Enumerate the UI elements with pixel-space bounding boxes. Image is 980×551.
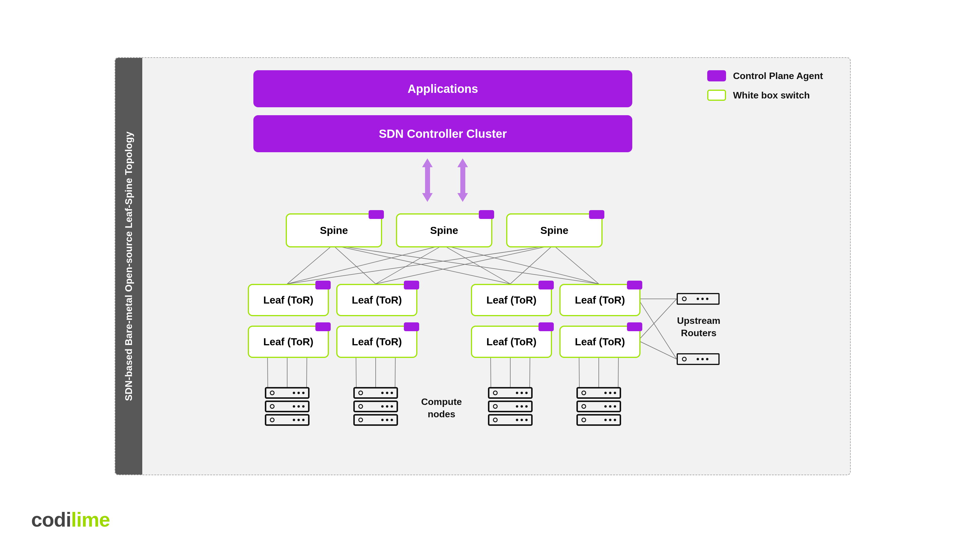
leaf-box-r0-1: Leaf (ToR) — [336, 284, 417, 316]
control-plane-agent-badge — [404, 322, 419, 331]
control-plane-agent-badge — [589, 210, 605, 219]
leaf-box-r0-3: Leaf (ToR) — [559, 284, 641, 316]
svg-line-20 — [307, 356, 307, 387]
spine-label-2: Spine — [540, 224, 568, 236]
control-plane-agent-badge — [538, 322, 554, 331]
svg-marker-3 — [457, 159, 468, 167]
svg-line-7 — [333, 245, 375, 284]
legend-label-switch: White box switch — [733, 90, 810, 101]
leaf-box-r0-2: Leaf (ToR) — [471, 284, 552, 316]
svg-line-32 — [638, 299, 677, 341]
leaf-label-r0-3: Leaf (ToR) — [575, 294, 625, 306]
svg-line-13 — [443, 245, 599, 284]
leaf-box-r0-0: Leaf (ToR) — [248, 284, 329, 316]
spine-box-2: Spine — [506, 213, 603, 248]
legend-label-agent: Control Plane Agent — [733, 70, 823, 81]
control-plane-agent-badge — [479, 210, 494, 219]
legend-row-switch: White box switch — [707, 90, 823, 101]
leaf-label-r1-2: Leaf (ToR) — [487, 336, 536, 348]
diagram-frame: SDN-based Bare-metal Open-source Leaf-Sp… — [115, 57, 851, 475]
svg-line-31 — [638, 299, 677, 359]
svg-line-8 — [333, 245, 510, 284]
svg-line-10 — [287, 245, 443, 284]
control-plane-agent-badge — [627, 281, 642, 289]
svg-marker-5 — [457, 193, 468, 202]
leaf-label-r1-0: Leaf (ToR) — [263, 336, 313, 348]
svg-line-6 — [287, 245, 333, 284]
applications-label: Applications — [407, 82, 478, 95]
leaf-box-r1-2: Leaf (ToR) — [471, 326, 552, 358]
legend-row-agent: Control Plane Agent — [707, 70, 823, 81]
control-plane-agent-badge — [315, 281, 331, 289]
leaf-label-r0-1: Leaf (ToR) — [352, 294, 402, 306]
logo-lime: lime — [71, 508, 110, 531]
svg-line-11 — [375, 245, 443, 284]
sdn-controller-box: SDN Controller Cluster — [253, 115, 632, 152]
legend-swatch-switch — [707, 90, 726, 101]
svg-line-9 — [333, 245, 599, 284]
legend-swatch-agent — [707, 70, 726, 81]
leaf-box-r1-1: Leaf (ToR) — [336, 326, 417, 358]
control-plane-agent-badge — [369, 210, 384, 219]
spine-box-1: Spine — [396, 213, 492, 248]
svg-line-29 — [618, 356, 619, 387]
legend: Control Plane Agent White box switch — [707, 70, 823, 109]
spine-label-1: Spine — [430, 224, 458, 236]
leaf-label-r1-1: Leaf (ToR) — [352, 336, 402, 348]
svg-line-23 — [395, 356, 395, 387]
svg-line-18 — [267, 356, 268, 387]
control-plane-agent-badge — [538, 281, 554, 289]
applications-box: Applications — [253, 70, 632, 107]
upstream-router-icon-0 — [677, 293, 719, 305]
control-plane-agent-badge — [404, 281, 419, 289]
leaf-label-r0-2: Leaf (ToR) — [487, 294, 536, 306]
sidebar-title: SDN-based Bare-metal Open-source Leaf-Sp… — [123, 131, 134, 401]
compute-nodes-label: Compute nodes — [415, 396, 468, 420]
leaf-box-r1-3: Leaf (ToR) — [559, 326, 641, 358]
compute-node-icon-1 — [353, 387, 398, 426]
spine-label-0: Spine — [320, 224, 348, 236]
svg-line-14 — [287, 245, 553, 284]
compute-node-icon-0 — [265, 387, 310, 426]
svg-rect-4 — [460, 167, 465, 194]
svg-line-33 — [638, 341, 677, 359]
arrow-down-up-2 — [456, 159, 465, 202]
svg-line-17 — [553, 245, 599, 284]
leaf-box-r1-0: Leaf (ToR) — [248, 326, 329, 358]
sidebar-title-bar: SDN-based Bare-metal Open-source Leaf-Sp… — [115, 58, 142, 475]
compute-node-icon-3 — [576, 387, 621, 426]
svg-marker-0 — [422, 159, 433, 167]
upstream-routers-label: Upstream Routers — [675, 315, 722, 339]
svg-line-12 — [443, 245, 510, 284]
codilime-logo: codilime — [31, 508, 110, 531]
leaf-label-r1-3: Leaf (ToR) — [575, 336, 625, 348]
svg-line-16 — [510, 245, 553, 284]
svg-rect-1 — [425, 167, 430, 194]
arrow-down-up-1 — [421, 159, 429, 202]
control-plane-agent-badge — [315, 322, 331, 331]
svg-line-27 — [579, 356, 579, 387]
leaf-label-r0-0: Leaf (ToR) — [263, 294, 313, 306]
spine-box-0: Spine — [286, 213, 382, 248]
upstream-router-icon-1 — [677, 353, 719, 365]
logo-codi: codi — [31, 508, 71, 531]
control-plane-agent-badge — [627, 322, 642, 331]
svg-line-15 — [375, 245, 553, 284]
sdn-controller-label: SDN Controller Cluster — [379, 127, 507, 140]
svg-marker-2 — [422, 193, 433, 202]
svg-line-26 — [530, 356, 530, 387]
compute-node-icon-2 — [488, 387, 533, 426]
